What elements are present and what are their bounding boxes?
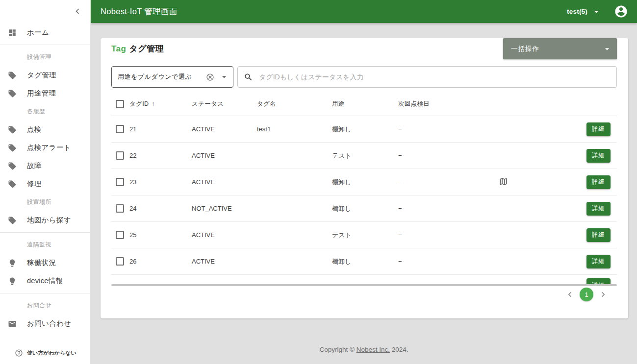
lightbulb-icon <box>8 277 17 286</box>
detail-button[interactable]: 詳細 <box>586 202 611 216</box>
cell-tag-name: test1 <box>257 125 332 133</box>
cell-tag-id: 26 <box>129 258 192 265</box>
usage-filter-select[interactable]: 用途をプルダウンで選ぶ <box>111 66 233 88</box>
help-icon <box>15 349 23 357</box>
bulk-action-button[interactable]: 一括操作 <box>503 38 617 59</box>
dashboard-icon <box>8 28 17 37</box>
row-checkbox[interactable] <box>116 125 124 133</box>
sidebar-item-home[interactable]: ホーム <box>0 24 90 42</box>
search-box <box>237 66 617 88</box>
tag-icon <box>8 89 17 98</box>
sidebar-top <box>0 0 90 24</box>
sidebar-item-label: お問い合わせ <box>27 319 71 328</box>
sidebar-section-history: 各履歴 <box>0 102 90 121</box>
table-header-row: タグID↑ ステータス タグ名 用途 次回点検日 <box>111 93 617 116</box>
sidebar-item-find-on-map[interactable]: 地図から探す <box>0 211 90 229</box>
sidebar-item-label: 地図から探す <box>27 216 71 225</box>
sidebar-collapse-button[interactable] <box>72 6 83 18</box>
sidebar-item-operation-status[interactable]: 稼働状況 <box>0 254 90 272</box>
row-checkbox[interactable] <box>116 151 124 160</box>
cell-tag-id: 25 <box>129 231 192 239</box>
user-menu[interactable]: test(5) <box>567 7 601 17</box>
detail-button[interactable]: 詳細 <box>586 122 611 136</box>
map-icon[interactable] <box>499 177 508 188</box>
chevron-down-icon <box>219 72 229 82</box>
tag-icon <box>8 162 17 170</box>
header-right: test(5) <box>567 4 628 19</box>
cell-usage: 棚卸し <box>332 125 398 134</box>
cell-status: ACTIVE <box>192 231 257 239</box>
sidebar-item-label: ホーム <box>27 28 49 37</box>
sidebar-item-device-info[interactable]: device情報 <box>0 272 90 290</box>
tag-icon <box>8 180 17 189</box>
help-link-label: 使い方がわからない <box>27 349 76 357</box>
copyright-suffix: 2024. <box>392 346 408 353</box>
tag-management-card: Tagタグ管理 一括操作 用途をプルダウンで選ぶ <box>101 38 628 318</box>
sidebar-item-label: 故障 <box>27 161 42 170</box>
clear-filter-icon[interactable] <box>206 73 214 81</box>
app-root: ホーム 設備管理 タグ管理 用途管理 各履歴 点検 <box>0 0 637 364</box>
cell-tag-id: 21 <box>129 125 192 133</box>
detail-button[interactable]: 詳細 <box>586 255 611 268</box>
sidebar-item-label: 稼働状況 <box>27 258 56 267</box>
sidebar: ホーム 設備管理 タグ管理 用途管理 各履歴 点検 <box>0 0 91 364</box>
tag-icon <box>8 144 17 152</box>
search-input[interactable] <box>259 73 611 81</box>
next-page-icon[interactable] <box>598 290 608 299</box>
user-menu-label: test(5) <box>567 8 587 15</box>
tag-table: タグID↑ ステータス タグ名 用途 次回点検日 21 ACTIVE test1 <box>111 93 617 303</box>
previous-page-icon[interactable] <box>565 290 575 299</box>
sidebar-section-inquiry: お問合せ <box>0 296 90 315</box>
sidebar-item-label: 修理 <box>27 179 42 189</box>
cell-usage: 棚卸し <box>332 257 398 266</box>
sidebar-divider <box>0 293 90 293</box>
table-row: 22 ACTIVE テスト − 詳細 <box>111 143 617 169</box>
lightbulb-icon <box>8 259 17 267</box>
select-all-checkbox[interactable] <box>116 100 124 108</box>
content-column: Nobest-IoT 管理画面 test(5) Tagタグ管理 一 <box>91 0 637 364</box>
sidebar-item-repair[interactable]: 修理 <box>0 175 90 193</box>
header-cell-tag-id[interactable]: タグID↑ <box>129 100 192 108</box>
cell-tag-id: 24 <box>129 205 192 212</box>
cell-usage: 棚卸し <box>332 204 398 213</box>
tag-icon <box>8 216 17 225</box>
row-checkbox[interactable] <box>116 178 124 186</box>
detail-button[interactable]: 詳細 <box>586 175 611 189</box>
chevron-left-icon <box>72 6 83 18</box>
cell-usage: テスト <box>332 231 398 240</box>
header-cell-checkbox <box>111 100 129 108</box>
sidebar-item-inspection-alert[interactable]: 点検アラート <box>0 139 90 157</box>
detail-button[interactable]: 詳細 <box>586 278 611 284</box>
page-title: Tagタグ管理 <box>111 43 164 54</box>
row-checkbox[interactable] <box>116 257 124 266</box>
help-link[interactable]: 使い方がわからない <box>15 349 76 357</box>
row-checkbox[interactable] <box>116 231 124 239</box>
sidebar-item-label: タグ管理 <box>27 71 56 80</box>
sidebar-item-tag-management[interactable]: タグ管理 <box>0 66 90 84</box>
cell-status: ACTIVE <box>192 152 257 159</box>
company-link[interactable]: Nobest Inc. <box>357 346 390 353</box>
sidebar-item-label: device情報 <box>27 276 63 286</box>
cell-tag-id: 22 <box>129 152 192 159</box>
detail-button[interactable]: 詳細 <box>586 228 611 242</box>
cell-usage: テスト <box>332 151 398 160</box>
current-page-button[interactable]: 1 <box>580 288 593 301</box>
table-row: 25 ACTIVE テスト − 詳細 <box>111 222 617 248</box>
sidebar-item-contact[interactable]: お問い合わせ <box>0 315 90 333</box>
account-avatar-icon[interactable] <box>614 4 628 19</box>
sidebar-section-equipment: 設備管理 <box>0 48 90 66</box>
sidebar-item-failure[interactable]: 故障 <box>0 157 90 175</box>
header-cell-status: ステータス <box>192 100 257 108</box>
page-title-text: タグ管理 <box>129 44 164 53</box>
sidebar-divider <box>0 232 90 233</box>
cell-status: ACTIVE <box>192 258 257 265</box>
sidebar-item-usage-management[interactable]: 用途管理 <box>0 84 90 102</box>
main-area: Tagタグ管理 一括操作 用途をプルダウンで選ぶ <box>91 23 637 364</box>
table-row-partial: 詳細 <box>111 275 617 284</box>
sidebar-section-location: 設置場所 <box>0 193 90 211</box>
footer: Copyright © Nobest Inc. 2024. <box>91 346 637 353</box>
sort-ascending-icon: ↑ <box>152 100 154 107</box>
detail-button[interactable]: 詳細 <box>586 149 611 163</box>
row-checkbox[interactable] <box>116 204 124 213</box>
sidebar-item-inspection[interactable]: 点検 <box>0 121 90 139</box>
